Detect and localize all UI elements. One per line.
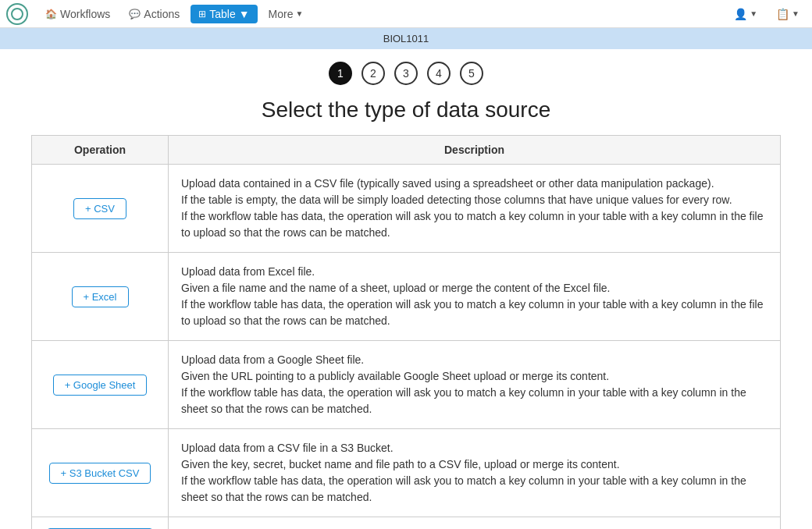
- page-title: Select the type of data source: [0, 91, 812, 135]
- nav-actions-label: Actions: [144, 8, 180, 20]
- step-4[interactable]: 4: [427, 62, 451, 85]
- operation-cell-3: + S3 Bucket CSV: [32, 429, 169, 517]
- brand-logo[interactable]: [6, 3, 28, 25]
- col-operation: Operation: [32, 136, 169, 165]
- data-source-table: Operation Description + CSVUpload data c…: [31, 135, 781, 529]
- navbar-right: 👤 ▼ 📋 ▼: [728, 5, 806, 23]
- nav-actions[interactable]: 💬 Actions: [121, 5, 187, 23]
- nav-more-label: More: [269, 8, 294, 20]
- table-row: + ExcelUpload data from Excel file.Given…: [32, 253, 781, 341]
- step-3[interactable]: 3: [394, 62, 418, 85]
- doc-caret: ▼: [792, 9, 800, 18]
- user-menu[interactable]: 👤 ▼: [728, 5, 764, 23]
- home-icon: 🏠: [45, 9, 57, 20]
- operation-cell-4: + SQL Connection: [32, 517, 169, 530]
- doc-icon: 📋: [776, 8, 789, 20]
- description-cell-1: Upload data from Excel file.Given a file…: [169, 253, 781, 341]
- table-icon: ⊞: [198, 9, 206, 20]
- doc-menu[interactable]: 📋 ▼: [770, 5, 806, 23]
- op-button-3[interactable]: + S3 Bucket CSV: [49, 463, 151, 484]
- user-caret: ▼: [750, 9, 757, 18]
- nav-table-label: Table: [209, 8, 235, 20]
- step-1[interactable]: 1: [329, 62, 352, 85]
- step-2[interactable]: 2: [361, 62, 385, 85]
- col-description: Description: [169, 136, 781, 165]
- op-button-2[interactable]: + Google Sheet: [53, 375, 148, 396]
- operation-cell-2: + Google Sheet: [32, 341, 169, 429]
- nav-workflows[interactable]: 🏠 Workflows: [37, 5, 118, 23]
- more-caret: ▼: [295, 9, 303, 18]
- steps-container: 1 2 3 4 5: [0, 49, 812, 91]
- course-code: BIOL1011: [383, 33, 429, 44]
- description-cell-2: Upload data from a Google Sheet file.Giv…: [169, 341, 781, 429]
- nav-workflows-label: Workflows: [60, 8, 110, 20]
- description-cell-4: Upload data stored in a remote database …: [169, 517, 781, 530]
- course-banner: BIOL1011: [0, 28, 812, 49]
- chat-icon: 💬: [129, 9, 141, 20]
- description-cell-3: Upload data from a CSV file in a S3 Buck…: [169, 429, 781, 517]
- table-row: + Google SheetUpload data from a Google …: [32, 341, 781, 429]
- table-row: + CSVUpload data contained in a CSV file…: [32, 165, 781, 253]
- operation-cell-1: + Excel: [32, 253, 169, 341]
- step-5[interactable]: 5: [460, 62, 483, 85]
- user-icon: 👤: [734, 8, 747, 20]
- nav-more[interactable]: More ▼: [261, 5, 312, 23]
- description-cell-0: Upload data contained in a CSV file (typ…: [169, 165, 781, 253]
- table-row: + S3 Bucket CSVUpload data from a CSV fi…: [32, 429, 781, 517]
- table-caret: ▼: [239, 8, 250, 20]
- op-button-1[interactable]: + Excel: [72, 286, 129, 307]
- navbar: 🏠 Workflows 💬 Actions ⊞ Table ▼ More ▼ 👤…: [0, 0, 812, 28]
- nav-table[interactable]: ⊞ Table ▼: [191, 5, 257, 23]
- op-button-0[interactable]: + CSV: [73, 198, 126, 219]
- operation-cell-0: + CSV: [32, 165, 169, 253]
- table-row: + SQL ConnectionUpload data stored in a …: [32, 517, 781, 530]
